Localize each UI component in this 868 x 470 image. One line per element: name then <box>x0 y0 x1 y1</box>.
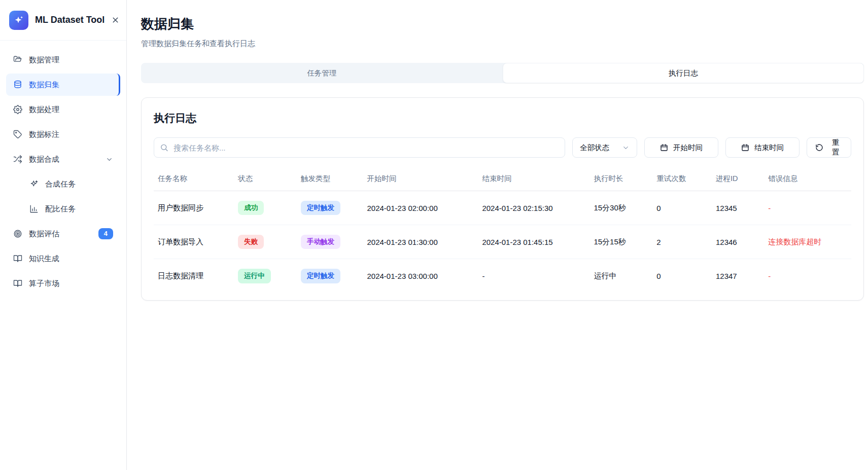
calendar-icon <box>741 143 749 152</box>
cell-status: 运行中 <box>234 259 297 293</box>
status-badge: 失败 <box>238 235 264 249</box>
cell-start-time: 2024-01-23 01:30:00 <box>363 225 478 259</box>
sidebar-item-label: 合成任务 <box>45 179 76 189</box>
tab-task-management[interactable]: 任务管理 <box>141 63 503 83</box>
cell-error-message: 连接数据库超时 <box>764 225 851 259</box>
app-title: ML Dataset Tool <box>35 15 105 25</box>
column-header: 错误信息 <box>764 170 851 191</box>
cell-error-message: - <box>764 191 851 225</box>
sidebar-item-synthesis-task[interactable]: 合成任务 <box>6 173 120 195</box>
cell-pid: 12345 <box>712 191 764 225</box>
cell-duration: 运行中 <box>589 259 652 293</box>
sidebar-item-knowledge-generation[interactable]: 知识生成 <box>6 247 120 270</box>
sidebar-item-label: 数据管理 <box>29 55 59 65</box>
cell-trigger-type: 定时触发 <box>297 191 363 225</box>
execution-logs-panel: 执行日志 全部状态 <box>141 97 864 301</box>
sidebar-item-data-management[interactable]: 数据管理 <box>6 49 120 71</box>
sidebar-item-ratio-task[interactable]: 配比任务 <box>6 198 120 220</box>
status-filter-value: 全部状态 <box>580 143 609 153</box>
column-header: 结束时间 <box>478 170 589 191</box>
start-time-button[interactable]: 开始时间 <box>644 137 718 158</box>
cell-pid: 12347 <box>712 259 764 293</box>
page-title: 数据归集 <box>141 15 864 33</box>
table-header-row: 任务名称状态触发类型开始时间结束时间执行时长重试次数进程ID错误信息 <box>154 170 851 191</box>
column-header: 开始时间 <box>363 170 478 191</box>
trigger-badge: 定时触发 <box>301 201 340 215</box>
cell-end-time: 2024-01-23 02:15:30 <box>478 191 589 225</box>
search-input[interactable] <box>154 137 565 158</box>
table-body: 用户数据同步成功定时触发2024-01-23 02:00:002024-01-2… <box>154 191 851 293</box>
sidebar-item-data-synthesis[interactable]: 数据合成 <box>6 148 120 170</box>
cell-error-message: - <box>764 259 851 293</box>
calendar-icon <box>660 143 668 152</box>
cell-end-time: - <box>478 259 589 293</box>
status-filter-select[interactable]: 全部状态 <box>572 137 637 158</box>
tag-icon <box>13 130 22 139</box>
book-icon <box>13 279 22 288</box>
search-box <box>154 137 565 158</box>
column-header: 执行时长 <box>589 170 652 191</box>
sidebar-item-data-evaluation[interactable]: 数据评估4 <box>6 223 120 245</box>
sidebar-item-operator-market[interactable]: 算子市场 <box>6 272 120 295</box>
end-time-label: 结束时间 <box>754 143 784 153</box>
sidebar-item-label: 知识生成 <box>29 254 59 264</box>
table-row: 日志数据清理运行中定时触发2024-01-23 03:00:00-运行中0123… <box>154 259 851 293</box>
column-header: 任务名称 <box>154 170 234 191</box>
target-icon <box>13 229 22 238</box>
app-logo-sparkle-icon <box>9 11 28 30</box>
page-subtitle: 管理数据归集任务和查看执行日志 <box>141 39 864 49</box>
reset-label: 重置 <box>828 138 843 157</box>
filter-toolbar: 全部状态 开始时间 结束时间 <box>154 137 851 158</box>
cell-retries: 2 <box>652 225 712 259</box>
column-header: 触发类型 <box>297 170 363 191</box>
sidebar-item-data-collection[interactable]: 数据归集 <box>6 74 120 96</box>
cell-duration: 15分15秒 <box>589 225 652 259</box>
sidebar-item-label: 数据标注 <box>29 130 59 139</box>
cell-trigger-type: 定时触发 <box>297 259 363 293</box>
status-badge: 成功 <box>238 201 264 215</box>
table-row: 用户数据同步成功定时触发2024-01-23 02:00:002024-01-2… <box>154 191 851 225</box>
cell-start-time: 2024-01-23 03:00:00 <box>363 259 478 293</box>
sidebar-item-label: 算子市场 <box>29 279 59 288</box>
database-icon <box>13 80 22 89</box>
column-header: 重试次数 <box>652 170 712 191</box>
sidebar: ML Dataset Tool 数据管理数据归集数据处理数据标注数据合成合成任务… <box>0 0 127 470</box>
column-header: 状态 <box>234 170 297 191</box>
folder-icon <box>13 55 22 64</box>
start-time-label: 开始时间 <box>673 143 703 153</box>
end-time-button[interactable]: 结束时间 <box>725 137 800 158</box>
cell-retries: 0 <box>652 191 712 225</box>
sidebar-item-label: 数据评估 <box>29 229 59 239</box>
tab-bar: 任务管理执行日志 <box>141 63 864 83</box>
cell-status: 成功 <box>234 191 297 225</box>
sidebar-item-label: 数据合成 <box>29 155 59 164</box>
sidebar-item-label: 数据处理 <box>29 105 59 115</box>
cell-start-time: 2024-01-23 02:00:00 <box>363 191 478 225</box>
close-icon[interactable] <box>111 16 120 24</box>
search-icon <box>160 143 168 152</box>
sidebar-nav: 数据管理数据归集数据处理数据标注数据合成合成任务配比任务数据评估4知识生成算子市… <box>0 41 126 470</box>
chevron-down-icon <box>622 144 630 152</box>
table-row: 订单数据导入失败手动触发2024-01-23 01:30:002024-01-2… <box>154 225 851 259</box>
execution-logs-table: 任务名称状态触发类型开始时间结束时间执行时长重试次数进程ID错误信息 用户数据同… <box>154 170 851 293</box>
cell-status: 失败 <box>234 225 297 259</box>
cell-task-name: 订单数据导入 <box>154 225 234 259</box>
main-content: 数据归集 管理数据归集任务和查看执行日志 任务管理执行日志 执行日志 全部状态 <box>127 0 868 470</box>
notification-badge: 4 <box>98 228 113 240</box>
sidebar-header: ML Dataset Tool <box>0 0 126 41</box>
reset-icon <box>815 143 823 152</box>
bar-chart-icon <box>29 204 39 213</box>
app-root: ML Dataset Tool 数据管理数据归集数据处理数据标注数据合成合成任务… <box>0 0 868 470</box>
sidebar-item-data-processing[interactable]: 数据处理 <box>6 98 120 121</box>
cell-end-time: 2024-01-23 01:45:15 <box>478 225 589 259</box>
trigger-badge: 定时触发 <box>301 269 340 283</box>
cell-retries: 0 <box>652 259 712 293</box>
sparkles-icon <box>29 179 39 189</box>
reset-button[interactable]: 重置 <box>807 137 851 158</box>
status-badge: 运行中 <box>238 269 271 283</box>
chevron-down-icon <box>106 156 113 163</box>
sidebar-item-label: 配比任务 <box>45 204 76 214</box>
tab-execution-logs[interactable]: 执行日志 <box>503 63 864 83</box>
sidebar-item-data-labeling[interactable]: 数据标注 <box>6 123 120 146</box>
cell-trigger-type: 手动触发 <box>297 225 363 259</box>
